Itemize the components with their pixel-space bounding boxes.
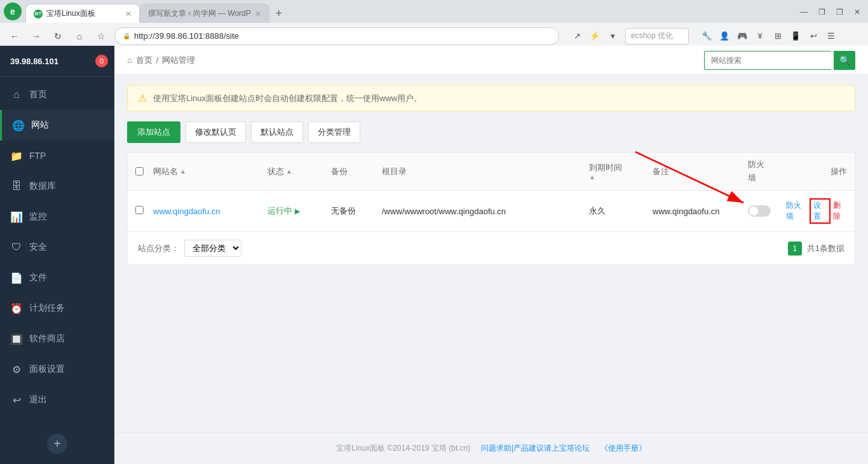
page-footer: 宝塔Linux面板 ©2014-2019 宝塔 (bt.cn) 问题求助|产品建… [114, 432, 868, 464]
bookmark-button[interactable]: ☆ [93, 28, 109, 44]
search-button[interactable]: 🔍 [834, 51, 855, 70]
close-button[interactable]: ✕ [849, 4, 865, 20]
files-icon: 📄 [10, 271, 23, 284]
address-bar[interactable]: 🔒 http://39.98.86.101:8888/site [114, 27, 559, 45]
sidebar: 39.98.86.101 0 ⌂ 首页 🌐 网站 📁 FTP 🗄 数据库 📊 [0, 46, 114, 464]
th-expiry: 到期时间 ▲ [581, 162, 645, 181]
grid-icon[interactable]: ⊞ [770, 29, 785, 44]
new-tab-button[interactable]: + [269, 4, 288, 23]
action-settings[interactable]: 设置 [810, 198, 831, 224]
refresh-button[interactable]: ↻ [50, 28, 66, 44]
address-text: http://39.98.86.101:8888/site [134, 31, 551, 41]
th-notes: 备注 [645, 166, 740, 177]
lightning-icon[interactable]: ⚡ [587, 29, 602, 44]
tab-wordpress[interactable]: 撰写新文章 ‹ 尚学网 — WordP ✕ [140, 4, 269, 23]
sidebar-item-monitor[interactable]: 📊 监控 [0, 201, 114, 232]
data-table: 网站名 ▲ 状态 ▲ 备份 根目录 [127, 152, 855, 265]
gamepad-icon[interactable]: 🎮 [735, 29, 750, 44]
sidebar-item-settings[interactable]: ⚙ 面板设置 [0, 354, 114, 385]
action-firewall[interactable]: 防火墙 [786, 200, 807, 222]
tab-title-baota: 宝塔Linux面板 [46, 8, 95, 19]
sidebar-item-security[interactable]: 🛡 安全 [0, 232, 114, 263]
sidebar-item-home[interactable]: ⌂ 首页 [0, 79, 114, 110]
browser-search-field[interactable]: ecshop 优化 [625, 28, 689, 44]
sidebar-label-files: 文件 [29, 272, 47, 283]
top-bar: ⌂ 首页 / 网站管理 🔍 [114, 46, 868, 75]
browser-logo: e [4, 3, 22, 20]
sidebar-item-files[interactable]: 📄 文件 [0, 263, 114, 293]
server-ip: 39.98.86.101 [10, 57, 58, 66]
minimize-button[interactable]: — [796, 4, 812, 20]
sidebar-item-ftp[interactable]: 📁 FTP [0, 140, 114, 171]
th-name: 网站名 ▲ [146, 166, 260, 177]
site-link[interactable]: www.qingdaofu.cn [153, 207, 220, 216]
row-firewall-toggle[interactable] [740, 205, 778, 217]
logout-icon: ↩ [10, 393, 23, 406]
modify-default-button[interactable]: 修改默认页 [186, 121, 246, 143]
firewall-switch[interactable] [748, 205, 771, 217]
sidebar-label-website: 网站 [31, 119, 49, 131]
tasks-icon: ⏰ [10, 302, 23, 315]
top-search: 🔍 [704, 51, 855, 70]
default-site-button[interactable]: 默认站点 [251, 121, 303, 143]
sidebar-item-logout[interactable]: ↩ 退出 [0, 385, 114, 415]
table-row: www.qingdaofu.cn 运行中 ▶ 无备份 /www/wwwroot/… [128, 191, 855, 232]
breadcrumb: ⌂ 首页 / 网站管理 [127, 55, 195, 66]
sidebar-label-home: 首页 [29, 89, 47, 100]
total-count: 共1条数据 [807, 243, 844, 254]
home-button[interactable]: ⌂ [71, 28, 88, 44]
sidebar-footer: + [0, 423, 114, 464]
sidebar-label-tasks: 计划任务 [29, 303, 65, 314]
yen-icon[interactable]: ¥ [752, 29, 768, 44]
breadcrumb-sep: / [156, 55, 159, 65]
browser-toolbar-icons: 🔧 👤 🎮 ¥ ⊞ 📱 ↩ ☰ [699, 29, 839, 44]
breadcrumb-home: 首页 [136, 55, 153, 66]
undo-icon[interactable]: ↩ [806, 29, 821, 44]
notice-bar: ⚠ 使用宝塔Linux面板创建站点时会自动创建权限配置，统一使用www用户。 [127, 85, 855, 111]
sidebar-nav: ⌂ 首页 🌐 网站 📁 FTP 🗄 数据库 📊 监控 🛡 安全 [0, 77, 114, 423]
extensions-icon[interactable]: 🔧 [699, 29, 714, 44]
table-section: 网站名 ▲ 状态 ▲ 备份 根目录 [127, 152, 855, 265]
ftp-icon: 📁 [10, 149, 23, 162]
add-button[interactable]: + [47, 433, 67, 454]
category-mgr-button[interactable]: 分类管理 [308, 121, 360, 143]
forward-button[interactable]: → [28, 28, 44, 44]
sidebar-label-logout: 退出 [29, 394, 47, 406]
row-backup: 无备份 [323, 205, 374, 217]
share-icon[interactable]: ↗ [569, 29, 585, 44]
manual-link[interactable]: 《使用手册》 [600, 444, 646, 453]
warning-icon: ⚠ [138, 92, 147, 104]
pagination-info: 1 共1条数据 [788, 242, 844, 256]
search-input[interactable] [704, 51, 831, 70]
tab-baota[interactable]: BT 宝塔Linux面板 ✕ [25, 4, 140, 23]
action-delete[interactable]: 删除 [833, 200, 847, 222]
tab-close-wp[interactable]: ✕ [255, 10, 261, 18]
toggle-knob [749, 207, 758, 215]
restore-button[interactable]: ❐ [813, 4, 830, 20]
sidebar-item-database[interactable]: 🗄 数据库 [0, 171, 114, 201]
maximize-alt-button[interactable]: ❒ [831, 4, 848, 20]
help-link[interactable]: 问题求助|产品建议请上宝塔论坛 [481, 444, 590, 453]
category-select[interactable]: 全部分类 [184, 240, 241, 257]
security-icon: 🛡 [10, 241, 23, 254]
user-icon[interactable]: 👤 [717, 29, 732, 44]
sidebar-label-monitor: 监控 [29, 211, 47, 222]
select-all-checkbox[interactable] [135, 167, 144, 175]
th-status: 状态 ▲ [260, 166, 323, 177]
tab-close-baota[interactable]: ✕ [125, 10, 132, 18]
browser-right-icons: ↗ ⚡ ▾ [569, 29, 620, 44]
sidebar-item-appstore[interactable]: 🔲 软件商店 [0, 324, 114, 354]
page-number: 1 [788, 242, 802, 256]
add-site-button[interactable]: 添加站点 [127, 121, 180, 143]
sidebar-item-website[interactable]: 🌐 网站 [0, 110, 114, 140]
row-select-checkbox[interactable] [135, 206, 144, 214]
phone-icon[interactable]: 📱 [788, 29, 803, 44]
sidebar-item-tasks[interactable]: ⏰ 计划任务 [0, 293, 114, 324]
back-button[interactable]: ← [6, 28, 23, 44]
sidebar-label-database: 数据库 [29, 181, 56, 192]
sort-arrow-status: ▲ [286, 168, 292, 175]
row-checkbox [128, 206, 146, 216]
browser-chrome: e BT 宝塔Linux面板 ✕ 撰写新文章 ‹ 尚学网 — WordP ✕ +… [0, 0, 868, 46]
menu-icon[interactable]: ☰ [824, 29, 839, 44]
dropdown-icon[interactable]: ▾ [605, 29, 620, 44]
